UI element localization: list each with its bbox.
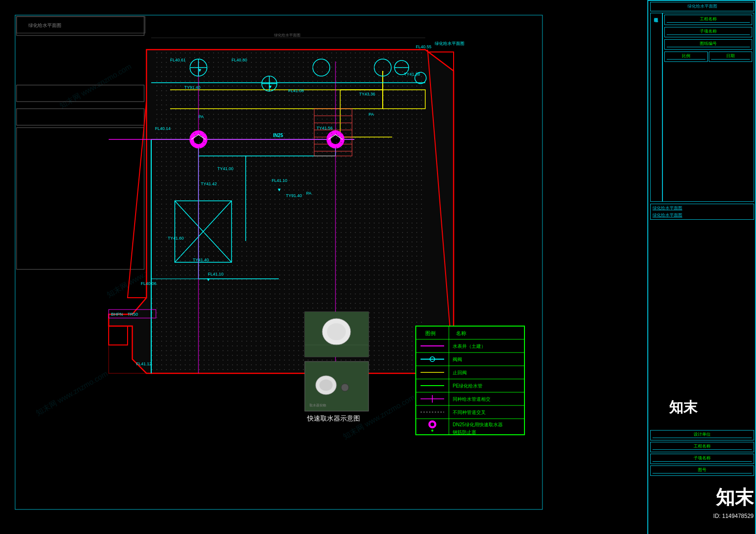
- svg-text:图例: 图例: [425, 330, 436, 336]
- svg-text:绿化给水平面图: 绿化给水平面图: [28, 23, 61, 28]
- doc-id-container: ID: 1149478529: [713, 511, 754, 520]
- field-subproject: 子项名称: [664, 27, 752, 37]
- svg-text:TY91.40: TY91.40: [184, 85, 200, 90]
- svg-text:绿化给水平面图: 绿化给水平面图: [274, 33, 301, 37]
- svg-text:TY91.40: TY91.40: [286, 193, 302, 198]
- panel-designer: 设计单位: [650, 430, 754, 440]
- svg-text:▼: ▼: [206, 277, 211, 282]
- panel-project-title: 绿化给水平面图: [653, 3, 752, 10]
- svg-text:TY41.00: TY41.00: [217, 166, 233, 171]
- svg-text:名称: 名称: [456, 330, 466, 336]
- panel-link-2[interactable]: 绿化给水平面图: [653, 212, 752, 218]
- svg-text:TY41.42: TY41.42: [201, 181, 217, 186]
- svg-text:止回阀: 止回阀: [453, 370, 467, 375]
- svg-text:TY43.36: TY43.36: [359, 92, 375, 96]
- field-scale: 比例: [664, 52, 708, 62]
- svg-text:TY41.60: TY41.60: [168, 236, 184, 241]
- svg-text:TY41.40: TY41.40: [193, 258, 209, 262]
- svg-text:FL41.08: FL41.08: [288, 88, 304, 93]
- label-checker: 工程名称: [653, 443, 752, 450]
- tot-label: 知末: [669, 398, 697, 417]
- label-designer: 设计单位: [653, 431, 752, 438]
- field-label-sub: 子项名称: [667, 28, 750, 35]
- svg-text:水表井（土建）: 水表井（土建）: [453, 344, 486, 349]
- panel-fields: 工程名称 子项名称 图纸编号 比例 日期: [662, 13, 754, 202]
- panel-checker: 工程名称: [650, 442, 754, 452]
- svg-marker-64: [149, 52, 425, 371]
- svg-text:FL40.14: FL40.14: [155, 126, 171, 131]
- doc-id: ID: 1149478529: [713, 513, 754, 519]
- field-scale-date: 比例 日期: [664, 52, 752, 63]
- field-label-project: 工程名称: [667, 16, 750, 23]
- field-label-scale: 比例: [667, 53, 705, 60]
- svg-text:FL40.80: FL40.80: [232, 58, 247, 62]
- svg-text:绿化给水平面图: 绿化给水平面图: [435, 41, 464, 46]
- field-drawing-no: 图纸编号: [664, 39, 752, 50]
- svg-text:取水器实物: 取水器实物: [309, 404, 326, 407]
- svg-text:PE绿化给水管: PE绿化给水管: [453, 383, 482, 388]
- panel-main-section: 绿化给水平面图 工程名称 子项名称 图纸编号 比例 日期: [650, 13, 754, 202]
- svg-text:IN25: IN25: [273, 133, 284, 138]
- zhimo-logo-container: 知末: [716, 484, 754, 510]
- field-label-no: 图纸编号: [667, 41, 750, 47]
- panel-links[interactable]: 绿化给水平面图 绿化给水平面图: [650, 204, 754, 220]
- label-drawing-num: 图号: [653, 467, 752, 474]
- zhimo-logo: 知末: [716, 487, 754, 508]
- panel-approver: 子项名称: [650, 454, 754, 464]
- right-panel: 绿化给水平面图 绿化给水平面图 工程名称 子项名称 图纸编号 比例: [647, 0, 756, 534]
- top-border: [648, 0, 756, 1]
- svg-text:不同种管道交叉: 不同种管道交叉: [453, 410, 486, 415]
- panel-link-1[interactable]: 绿化给水平面图: [653, 205, 752, 211]
- panel-vertical-label: 绿化给水平面图: [650, 13, 662, 202]
- svg-point-101: [327, 323, 346, 340]
- svg-text:PA: PA: [198, 114, 204, 119]
- svg-text:FL41.12: FL41.12: [136, 362, 152, 366]
- svg-text:PA: PA: [369, 112, 374, 117]
- svg-text:TR50: TR50: [128, 312, 138, 317]
- svg-text:FL40.55: FL40.55: [416, 44, 431, 49]
- svg-text:同种给水管道相交: 同种给水管道相交: [453, 396, 490, 402]
- svg-text:FL41.10: FL41.10: [272, 178, 287, 183]
- field-project-name: 工程名称: [664, 15, 752, 25]
- svg-text:●: ●: [431, 428, 434, 433]
- svg-text:▼: ▼: [277, 187, 282, 192]
- svg-text:钢筋防止塞: 钢筋防止塞: [452, 430, 476, 435]
- svg-text:PA: PA: [306, 191, 311, 196]
- label-approver: 子项名称: [653, 455, 752, 462]
- panel-bottom-info: 设计单位 工程名称 子项名称 图号: [650, 430, 754, 477]
- svg-text:▼: ▼: [268, 84, 273, 89]
- svg-point-106: [341, 384, 349, 391]
- caption-text: 快速取水器示意图: [307, 414, 360, 422]
- svg-text:DN25绿化用快速取水器: DN25绿化用快速取水器: [453, 422, 503, 427]
- svg-point-105: [319, 379, 333, 391]
- field-label-date: 日期: [711, 53, 750, 60]
- field-date: 日期: [709, 52, 752, 62]
- svg-text:阀阀: 阀阀: [453, 357, 462, 362]
- panel-drawing-num: 图号: [650, 465, 754, 476]
- svg-point-134: [430, 422, 434, 426]
- svg-text:FL40.06: FL40.06: [141, 281, 156, 286]
- svg-text:▼: ▼: [198, 68, 202, 73]
- svg-text:TY41.56: TY41.56: [317, 126, 333, 130]
- svg-text:FL40.61: FL40.61: [170, 58, 186, 62]
- svg-text:BHPN: BHPN: [111, 312, 123, 317]
- svg-text:TY41.38: TY41.38: [404, 72, 420, 77]
- panel-title-block: 绿化给水平面图: [650, 2, 754, 11]
- svg-text:FL41.10: FL41.10: [208, 272, 223, 276]
